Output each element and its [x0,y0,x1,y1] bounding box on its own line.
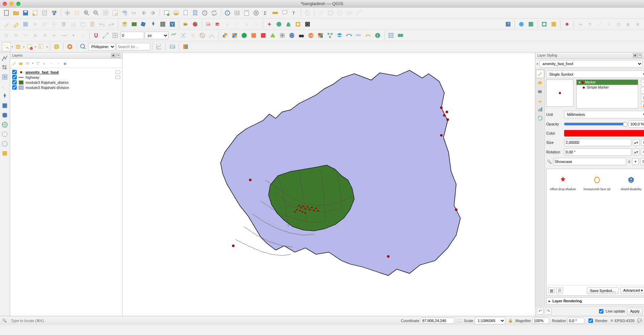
diagrams-tab[interactable] [536,105,544,113]
go-mask-button[interactable] [396,31,405,40]
add-feature-button[interactable] [31,20,40,29]
magnifier-input[interactable] [532,318,549,324]
new-map-view-button[interactable] [162,9,171,17]
adv-vertex-button[interactable]: ⋮ [78,31,87,40]
opacity-slider[interactable] [564,123,627,125]
adv-reverse-button[interactable]: ↺ [40,31,49,40]
layer-add-group-button[interactable] [18,61,23,66]
plugin3-button[interactable] [259,31,268,40]
snap-topo-button[interactable] [169,31,178,40]
map-canvas[interactable] [123,52,535,316]
snapping-button[interactable] [92,31,100,40]
render-checkbox[interactable] [588,318,593,324]
lock-icon[interactable]: 🔒 [508,318,513,323]
ors-button[interactable] [65,42,74,51]
layer-checkbox[interactable] [12,75,17,79]
add-vector-button[interactable] [1,54,9,62]
layer-item[interactable]: amenity_fast_food [12,70,121,75]
refresh-button[interactable] [210,9,219,17]
select-expr-button[interactable]: ε [37,42,46,51]
adv-rotate-button[interactable]: ↻ [585,20,594,29]
deselect-button[interactable] [25,42,34,51]
adv-merge-button[interactable]: ⬡ [2,31,11,40]
style-undock-button[interactable]: ▣ [633,54,637,58]
new-print-layout-button[interactable] [31,9,40,17]
annotation-button[interactable]: T [290,9,299,17]
move-feature-button[interactable] [50,20,59,29]
new-spatialite-button[interactable] [149,20,158,29]
qms-add-button[interactable] [527,20,535,29]
label-single-button[interactable]: abc [181,20,190,29]
opacity-input[interactable] [629,120,644,128]
nominatim-search-input[interactable] [116,43,150,50]
delete-selected-button[interactable] [59,20,68,29]
zoom-full-button[interactable] [101,9,110,17]
input-button[interactable] [52,42,61,51]
add-virtual-button[interactable] [1,102,9,110]
style-redo-button[interactable]: ↷ [545,308,552,315]
data-source-button[interactable] [120,20,129,29]
help-button[interactable]: ? [504,20,513,29]
copy-button[interactable] [78,20,87,29]
pca-button[interactable]: PCA [354,31,363,40]
showcase-item[interactable]: honeycomb faux 3d [583,176,611,191]
label-move-button[interactable]: ··· [233,20,241,29]
layer-remove-button[interactable] [63,61,67,66]
layers-close-button[interactable]: ✕ [116,54,120,58]
topology-button[interactable] [265,20,274,29]
unit-select[interactable]: Millimeters [564,111,644,118]
tiles-button[interactable] [335,31,344,40]
messages-button[interactable]: 💬 [637,318,642,323]
new-shapefile-button[interactable] [139,20,148,29]
show-bookmarks-button[interactable] [191,9,200,17]
layer-expand-button[interactable] [49,61,54,66]
new-bookmark-button[interactable] [181,9,190,17]
add-xyz-button[interactable] [1,149,9,157]
semiauto-button[interactable] [540,20,549,29]
label-pin-button[interactable]: abc [214,20,222,29]
select-button[interactable] [2,42,11,51]
symbol-showcase[interactable]: effect drop shadow honeycomb faux 3d shi… [547,169,644,285]
layer-item[interactable]: module3 Rajshahi_district [12,80,121,85]
go-map-button[interactable] [387,31,395,40]
size-spinner[interactable]: ▴▾ [633,139,640,146]
georef-button[interactable] [294,20,302,29]
view-icons-button[interactable]: ▦ [548,287,555,294]
layer-style-button[interactable] [12,61,16,66]
layer-tree[interactable]: amenity_fast_food highway module3 Rajsha… [10,68,122,316]
renderer-select[interactable]: Single Symbol [546,71,644,78]
draw-ellipse-button[interactable] [345,9,354,17]
remove-symbol-layer-button[interactable]: − [641,87,644,94]
masks-tab[interactable] [536,88,544,96]
style-manager-button[interactable] [50,9,59,17]
new-virtual-layer-button[interactable]: V [168,20,177,29]
cut-button[interactable] [69,20,78,29]
labels-tab[interactable] [536,79,544,87]
plugin2-button[interactable] [249,31,258,40]
undo-button[interactable] [97,20,106,29]
3d-tab[interactable] [536,96,544,105]
measure-button[interactable] [271,9,280,17]
zoom-native-button[interactable]: 1:1 [130,9,139,17]
symbology-tab[interactable] [536,70,544,78]
networks-button[interactable] [326,31,334,40]
plugin-manager-button[interactable] [230,31,239,40]
maptips-button[interactable] [280,9,289,17]
snap-tracing-button[interactable] [207,31,216,40]
style-undo-button[interactable]: ↶ [537,308,544,315]
add-wms-button[interactable] [1,121,9,129]
zoom-in-button[interactable] [82,9,91,17]
layer-expr-button[interactable]: ε [42,61,47,66]
grass-button[interactable] [284,20,293,29]
label-diagram-button[interactable] [191,20,200,29]
snap-selfsnap-button[interactable] [188,31,197,40]
label-change-button[interactable]: ··· [252,20,261,29]
locator-input[interactable] [10,318,64,324]
adv-simplify-button[interactable]: ⟋ [595,20,604,29]
adv-reshape-button[interactable]: 〰 [21,31,30,40]
python-console-button[interactable] [221,31,230,40]
label-hide-button[interactable]: ··· [223,20,232,29]
draw-arc-button[interactable] [355,9,363,17]
add-mesh-button[interactable] [1,73,9,81]
lat-lon-tools-button[interactable] [278,31,287,40]
